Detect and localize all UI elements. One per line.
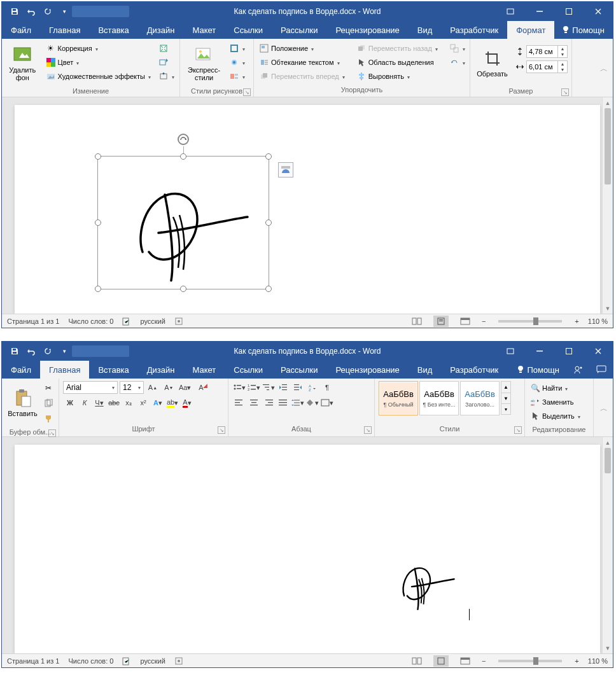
collapse-ribbon-icon[interactable]: ︿: [599, 64, 609, 74]
rotate-button[interactable]: [448, 55, 466, 69]
document-area-2[interactable]: ▲ ▼: [2, 437, 613, 653]
tab-view[interactable]: Вид: [409, 21, 442, 39]
replace-button[interactable]: abacЗаменить: [529, 395, 582, 409]
tab-mailings-2[interactable]: Рассылки: [272, 361, 326, 379]
tab-insert-2[interactable]: Вставка: [89, 361, 137, 379]
save-icon-2[interactable]: [7, 344, 22, 359]
status-proof-icon[interactable]: [122, 317, 131, 326]
tab-mailings[interactable]: Рассылки: [272, 21, 326, 39]
line-spacing-button[interactable]: ▾: [291, 396, 305, 409]
zoom-in-icon-2[interactable]: +: [575, 657, 578, 665]
page[interactable]: [15, 105, 600, 314]
zoom-slider[interactable]: [498, 320, 562, 323]
save-icon[interactable]: [7, 4, 22, 19]
signature-image[interactable]: [98, 157, 270, 290]
change-case-button[interactable]: Aa▾: [178, 381, 192, 394]
font-color-button[interactable]: A▾: [180, 396, 194, 409]
height-field[interactable]: [527, 48, 557, 55]
tab-format[interactable]: Формат: [507, 21, 554, 39]
pic-effects-button[interactable]: [228, 55, 246, 69]
zoom-thumb-2[interactable]: [533, 657, 538, 665]
pic-layout-button[interactable]: [228, 69, 246, 83]
undo-icon[interactable]: [24, 4, 39, 19]
ribbon-display-icon[interactable]: [496, 2, 525, 21]
styles-down[interactable]: ▼: [501, 393, 510, 403]
zoom-level-2[interactable]: 110 %: [588, 657, 608, 665]
close-icon[interactable]: [584, 2, 613, 21]
status-lang-2[interactable]: русский: [140, 657, 165, 665]
width-input[interactable]: ▲▼: [526, 60, 568, 73]
paste-button[interactable]: Вставить: [6, 381, 39, 424]
undo-icon-2[interactable]: [24, 344, 39, 359]
tell-me-2[interactable]: Помощн: [509, 365, 567, 375]
strike-button[interactable]: abc: [107, 396, 121, 409]
launcher-styles-h[interactable]: ↘: [514, 426, 522, 434]
borders-button[interactable]: ▾: [320, 396, 334, 409]
status-page[interactable]: Страница 1 из 1: [7, 317, 59, 325]
zoom-out-icon[interactable]: −: [482, 317, 486, 325]
scroll-thumb[interactable]: [605, 108, 611, 184]
art-effects-button[interactable]: Художественные эффекты: [45, 69, 152, 83]
highlight-button[interactable]: ab▾: [165, 396, 179, 409]
qat-dropdown-icon[interactable]: ▾: [57, 4, 72, 19]
bullets-button[interactable]: ▾: [232, 381, 246, 394]
change-picture-button[interactable]: [157, 55, 176, 69]
height-up[interactable]: ▲: [558, 46, 567, 52]
text-effects-button[interactable]: A▾: [151, 396, 165, 409]
style-normal[interactable]: АаБбВв¶ Обычный: [379, 381, 418, 415]
copy-button[interactable]: [42, 396, 55, 410]
height-down[interactable]: ▼: [558, 52, 567, 57]
zoom-out-icon-2[interactable]: −: [482, 657, 486, 665]
bold-button[interactable]: Ж: [63, 396, 77, 409]
underline-button[interactable]: Ч▾: [92, 396, 106, 409]
scroll-up-icon[interactable]: ▲: [603, 97, 613, 108]
width-field[interactable]: [527, 63, 557, 71]
rotate-handle[interactable]: [178, 134, 189, 145]
send-backward-button[interactable]: Переместить назад: [355, 41, 439, 55]
status-words-2[interactable]: Число слов: 0: [68, 657, 113, 665]
view-read-icon-2[interactable]: [409, 655, 424, 667]
color-button[interactable]: Цвет: [45, 55, 152, 69]
italic-button[interactable]: К: [78, 396, 92, 409]
scroll-down-icon[interactable]: ▼: [603, 303, 613, 314]
minimize-icon-2[interactable]: [525, 342, 554, 361]
crop-button[interactable]: Обрезать: [474, 41, 510, 85]
indent-button[interactable]: [291, 381, 305, 394]
bring-forward-button[interactable]: Переместить вперед: [258, 69, 346, 83]
status-macro-icon[interactable]: [174, 317, 183, 326]
tab-design[interactable]: Дизайн: [138, 21, 184, 39]
tab-file-2[interactable]: Файл: [2, 361, 40, 379]
wrap-text-button[interactable]: Обтекание текстом: [258, 55, 346, 69]
vertical-scrollbar[interactable]: ▲ ▼: [602, 97, 613, 314]
styles-more[interactable]: ▾: [501, 403, 510, 414]
zoom-in-icon[interactable]: +: [575, 317, 578, 325]
shading-button[interactable]: ▾: [305, 396, 319, 409]
tab-file[interactable]: Файл: [2, 21, 40, 39]
document-area[interactable]: ▲ ▼: [2, 97, 613, 314]
align-button[interactable]: Выровнять: [355, 69, 439, 83]
share-icon[interactable]: [612, 25, 616, 35]
position-button[interactable]: Положение: [258, 41, 346, 55]
ribbon-display-icon-2[interactable]: [496, 342, 525, 361]
view-print-icon[interactable]: [433, 316, 449, 327]
cut-button[interactable]: ✂: [42, 381, 55, 395]
superscript-button[interactable]: x²: [136, 396, 150, 409]
close-icon-2[interactable]: [584, 342, 613, 361]
status-page-2[interactable]: Страница 1 из 1: [7, 657, 59, 665]
tab-layout[interactable]: Макет: [183, 21, 225, 39]
sort-button[interactable]: AZ: [305, 381, 319, 394]
page-2[interactable]: [15, 445, 600, 653]
remove-background-button[interactable]: Удалить фон: [6, 41, 39, 85]
clear-format-button[interactable]: A◢: [194, 381, 208, 394]
account-pill-2[interactable]: [72, 345, 129, 357]
find-button[interactable]: 🔍Найти: [529, 381, 582, 395]
signature-image-2[interactable]: [382, 550, 465, 614]
maximize-icon-2[interactable]: [554, 342, 584, 361]
width-down[interactable]: ▼: [558, 67, 567, 73]
scroll-up-icon-2[interactable]: ▲: [603, 437, 613, 448]
style-heading[interactable]: АаБбВвЗаголово...: [460, 381, 500, 415]
tab-review[interactable]: Рецензирование: [326, 21, 408, 39]
minimize-icon[interactable]: [525, 2, 554, 21]
scroll-thumb-2[interactable]: [605, 448, 611, 473]
tab-design-2[interactable]: Дизайн: [138, 361, 184, 379]
